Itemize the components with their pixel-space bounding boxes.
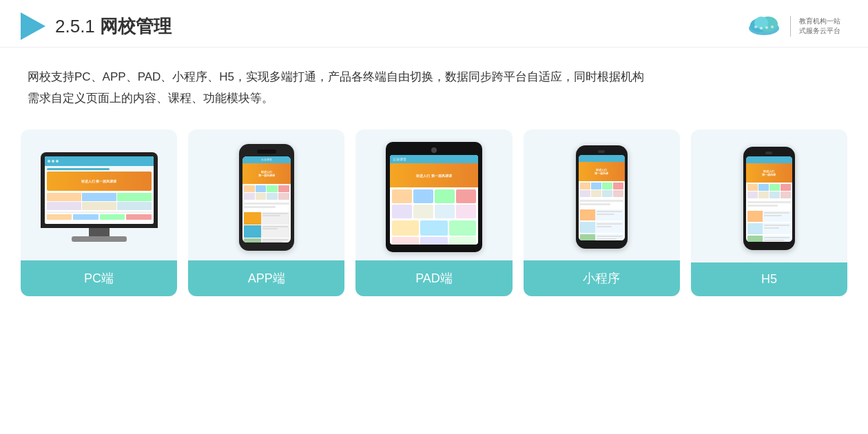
pc-mockup: 轻进人们 第一届风课课 [41,152,158,242]
pad-image-area: 云朵课堂 轻进人们 第一届风课课 [355,130,512,260]
pc-monitor: 轻进人们 第一届风课课 [41,152,158,228]
description-block: 网校支持PC、APP、PAD、小程序、H5，实现多端打通，产品各终端自由切换，数… [0,48,868,123]
app-label: APP端 [188,260,344,296]
miniprogram-label: 小程序 [524,260,680,296]
h5-image-area: 轻进人们第一届风课 [691,130,847,262]
brand-logo: 教育机构一站 式服务云平台 [746,13,840,39]
pc-screen: 轻进人们 第一届风课课 [45,156,154,224]
tablet-home-btn [431,147,437,153]
pad-tablet-mockup: 云朵课堂 轻进人们 第一届风课课 [386,142,482,252]
logo-tagline: 教育机构一站 式服务云平台 [799,17,840,36]
app-card: 云朵课堂 轻进人们第一届风课课 [188,130,344,296]
pad-tablet-screen: 云朵课堂 轻进人们 第一届风课课 [390,155,478,245]
app-phone-mockup: 云朵课堂 轻进人们第一届风课课 [239,144,294,251]
svg-point-6 [765,26,768,29]
app-image-area: 云朵课堂 轻进人们第一届风课课 [188,130,344,260]
miniprogram-image-area: 轻进人们第一届风课 [524,130,680,260]
h5-screen: 轻进人们第一届风课 [746,156,792,242]
pad-label: PAD端 [355,260,512,296]
mini-camera [598,150,605,153]
phone-notch [257,149,276,154]
miniprogram-phone-mockup: 轻进人们第一届风课 [576,145,628,249]
cloud-logo-icon [746,13,782,39]
h5-label: H5 [691,262,847,296]
device-cards-section: 轻进人们 第一届风课课 [0,123,868,310]
svg-point-7 [771,25,774,28]
app-phone-screen: 云朵课堂 轻进人们第一届风课课 [242,156,291,242]
h5-camera [765,152,772,154]
svg-point-5 [760,27,763,30]
pc-image-area: 轻进人们 第一届风课课 [21,130,177,260]
svg-point-4 [754,25,757,28]
pc-card: 轻进人们 第一届风课课 [21,130,177,296]
brand-triangle-icon [21,12,45,40]
miniprogram-card: 轻进人们第一届风课 [524,130,680,296]
mini-screen: 轻进人们第一届风课 [579,155,625,240]
description-line2: 需求自定义页面上的内容、课程、功能模块等。 [28,88,840,110]
header: 2.5.1 网校管理 教育机构一站 式服务云平台 [0,0,868,48]
pc-label: PC端 [21,260,177,296]
h5-phone-mockup: 轻进人们第一届风课 [743,147,795,250]
description-line1: 网校支持PC、APP、PAD、小程序、H5，实现多端打通，产品各终端自由切换，数… [28,67,840,88]
page-title: 2.5.1 网校管理 [55,14,172,39]
pc-stand-neck [89,228,110,236]
pc-stand-base [72,236,127,242]
h5-card: 轻进人们第一届风课 [691,130,847,296]
header-left: 2.5.1 网校管理 [21,12,172,40]
pad-card: 云朵课堂 轻进人们 第一届风课课 [355,130,512,296]
logo-divider [790,16,791,37]
